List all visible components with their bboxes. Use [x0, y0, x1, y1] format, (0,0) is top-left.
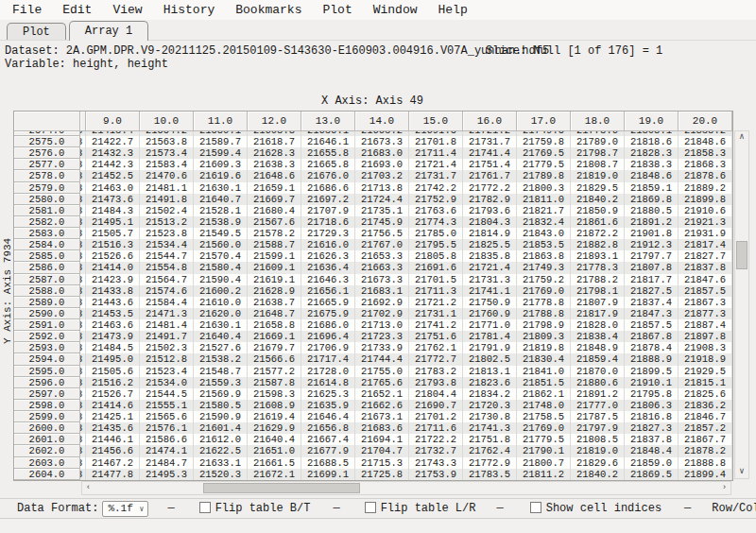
table-cell[interactable]: 21711.4: [409, 147, 463, 159]
table-cell[interactable]: 21688.5: [301, 457, 355, 469]
table-cell[interactable]: 21566.6: [248, 353, 301, 365]
table-cell[interactable]: 21673.3: [355, 274, 409, 285]
table-cell[interactable]: 21694.1: [355, 434, 409, 445]
table-cell[interactable]: 21731.7: [409, 170, 463, 181]
table-cell[interactable]: 21658.8: [248, 319, 301, 331]
table-cell[interactable]: 21731.3: [463, 274, 517, 285]
table-cell[interactable]: 21834.2: [463, 388, 517, 400]
table-cell[interactable]: 21725.8: [355, 469, 409, 480]
row-header[interactable]: 2597.0: [14, 388, 80, 400]
table-cell[interactable]: 21721.2: [409, 297, 463, 308]
table-cell[interactable]: 21701.5: [409, 274, 463, 285]
table-cell[interactable]: 21850.9: [571, 205, 625, 216]
table-cell[interactable]: 21659.1: [248, 182, 301, 194]
table-cell[interactable]: 21683.6: [355, 422, 409, 434]
table-cell[interactable]: 21699.1: [301, 469, 355, 480]
table-cell[interactable]: 21778.8: [517, 297, 571, 308]
table-cell[interactable]: 21829.5: [571, 182, 625, 194]
table-cell[interactable]: 21619.4: [248, 411, 301, 422]
table-cell[interactable]: 21721.4: [463, 262, 517, 273]
table-cell[interactable]: 21751.6: [409, 331, 463, 342]
table-cell[interactable]: 21783.5: [463, 469, 517, 480]
table-cell[interactable]: 21793.8: [409, 377, 463, 388]
table-cell[interactable]: 21713.8: [355, 182, 409, 194]
table-cell[interactable]: 21425.1: [86, 411, 140, 422]
column-header[interactable]: 20.0: [679, 112, 732, 131]
table-cell[interactable]: 21495.3: [140, 469, 194, 480]
table-cell[interactable]: 21691.5: [409, 131, 463, 136]
table-cell[interactable]: 21868.3: [679, 159, 732, 170]
table-cell[interactable]: 21827.5: [625, 285, 679, 297]
table-cell[interactable]: 21696.4: [301, 331, 355, 342]
table-cell[interactable]: 21622.5: [194, 445, 248, 456]
table-cell[interactable]: 21783.2: [409, 366, 463, 377]
table-cell[interactable]: 21751.8: [463, 434, 517, 445]
table-cell[interactable]: 21587.8: [248, 377, 301, 388]
table-cell[interactable]: 21910.6: [679, 205, 732, 216]
table-cell[interactable]: 21857.5: [679, 285, 732, 297]
table-cell[interactable]: 21819.0: [571, 170, 625, 181]
table-cell[interactable]: 21811.0: [517, 194, 571, 205]
table-cell[interactable]: 21563.8: [140, 136, 194, 147]
horizontal-scroll-thumb[interactable]: [203, 483, 360, 493]
table-cell[interactable]: 21652.1: [355, 388, 409, 400]
table-cell[interactable]: 21800.3: [517, 182, 571, 194]
table-cell[interactable]: 21505.6: [86, 366, 140, 377]
table-cell[interactable]: 21817.7: [625, 274, 679, 285]
table-cell[interactable]: 21721.2: [463, 131, 517, 136]
row-header[interactable]: 2590.0: [14, 308, 80, 319]
table-cell[interactable]: 21614.8: [301, 377, 355, 388]
row-header[interactable]: 2603.0: [14, 457, 80, 469]
table-cell[interactable]: 21825.5: [463, 239, 517, 250]
table-cell[interactable]: 21809.3: [517, 331, 571, 342]
table-cell[interactable]: 21583.4: [140, 159, 194, 170]
table-cell[interactable]: 21656.8: [301, 422, 355, 434]
table-cell[interactable]: 21889.2: [679, 182, 732, 194]
table-cell[interactable]: 21676.0: [301, 170, 355, 181]
table-cell[interactable]: 21567.6: [248, 216, 301, 228]
table-cell[interactable]: 21619.6: [194, 170, 248, 181]
table-cell[interactable]: 21857.5: [625, 319, 679, 331]
column-header[interactable]: 14.0: [355, 112, 409, 131]
table-cell[interactable]: 21793.6: [463, 205, 517, 216]
table-cell[interactable]: 21713.0: [355, 319, 409, 331]
table-cell[interactable]: 21569.9: [194, 388, 248, 400]
table-cell[interactable]: 21804.4: [409, 388, 463, 400]
table-cell[interactable]: 21729.3: [301, 228, 355, 239]
table-cell[interactable]: 21851.5: [517, 377, 571, 388]
table-cell[interactable]: 21491.7: [140, 331, 194, 342]
table-cell[interactable]: 21731.7: [463, 136, 517, 147]
table-cell[interactable]: 21817.4: [679, 239, 732, 250]
table-cell[interactable]: 21672.1: [248, 469, 301, 480]
table-cell[interactable]: 21807.9: [571, 297, 625, 308]
table-cell[interactable]: 21636.1: [301, 131, 355, 136]
table-cell[interactable]: 21481.4: [140, 319, 194, 331]
table-cell[interactable]: 21516.3: [86, 239, 140, 250]
table-cell[interactable]: 21423.9: [86, 274, 140, 285]
table-cell[interactable]: 21559.3: [194, 377, 248, 388]
table-cell[interactable]: 21880.6: [571, 377, 625, 388]
table-cell[interactable]: 21635.9: [301, 400, 355, 411]
table-cell[interactable]: 21800.7: [517, 457, 571, 469]
table-cell[interactable]: 21638.3: [248, 159, 301, 170]
column-header[interactable]: 19.0: [625, 112, 679, 131]
table-cell[interactable]: 21782.9: [463, 194, 517, 205]
table-cell[interactable]: 21750.9: [463, 297, 517, 308]
table-cell[interactable]: 21471.3: [140, 308, 194, 319]
table-cell[interactable]: 21815.1: [679, 377, 732, 388]
table-cell[interactable]: 21762.4: [463, 445, 517, 456]
table-cell[interactable]: 21646.3: [301, 274, 355, 285]
table-cell[interactable]: 21651.0: [248, 445, 301, 456]
table-cell[interactable]: 21646.4: [301, 411, 355, 422]
table-cell[interactable]: 21491.8: [140, 194, 194, 205]
table-cell[interactable]: 21832.4: [517, 216, 571, 228]
table-cell[interactable]: 21628.9: [248, 285, 301, 297]
table-cell[interactable]: 21751.4: [463, 159, 517, 170]
table-cell[interactable]: 21589.7: [194, 136, 248, 147]
table-cell[interactable]: 21554.8: [140, 262, 194, 273]
table-cell[interactable]: 21626.3: [301, 250, 355, 262]
table-cell[interactable]: 21752.9: [409, 194, 463, 205]
table-cell[interactable]: 21748.0: [517, 400, 571, 411]
table-cell[interactable]: 21523.8: [140, 228, 194, 239]
table-cell[interactable]: 21840.2: [571, 194, 625, 205]
